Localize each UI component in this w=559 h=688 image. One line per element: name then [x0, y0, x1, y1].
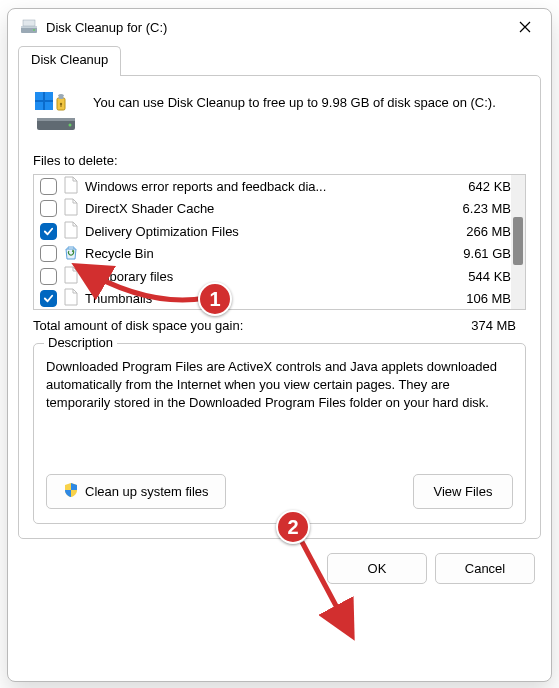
description-legend: Description: [44, 335, 117, 350]
file-size: 106 MB: [439, 291, 519, 306]
ok-label: OK: [368, 561, 387, 576]
file-name: Windows error reports and feedback dia..…: [85, 179, 433, 194]
close-button[interactable]: [503, 9, 547, 45]
file-checkbox[interactable]: [40, 178, 57, 195]
file-row[interactable]: DirectX Shader Cache6.23 MB: [34, 198, 525, 221]
view-files-button[interactable]: View Files: [413, 474, 513, 509]
file-size: 642 KB: [439, 179, 519, 194]
file-row[interactable]: Recycle Bin9.61 GB: [34, 243, 525, 266]
tab-label: Disk Cleanup: [31, 52, 108, 67]
title-bar: Disk Cleanup for (C:): [8, 9, 551, 45]
file-list[interactable]: Windows error reports and feedback dia..…: [33, 174, 526, 310]
file-size: 266 MB: [439, 224, 519, 239]
cleanup-system-files-button[interactable]: Clean up system files: [46, 474, 226, 509]
svg-point-11: [69, 124, 72, 127]
svg-rect-5: [35, 92, 43, 100]
svg-rect-8: [45, 102, 53, 110]
cancel-button[interactable]: Cancel: [435, 553, 535, 584]
file-checkbox[interactable]: [40, 245, 57, 262]
file-icon: [63, 221, 79, 242]
file-name: DirectX Shader Cache: [85, 201, 433, 216]
total-row: Total amount of disk space you gain: 374…: [33, 318, 526, 333]
svg-rect-2: [23, 20, 35, 26]
view-files-label: View Files: [433, 484, 492, 499]
description-group: Description Downloaded Program Files are…: [33, 343, 526, 524]
svg-rect-15: [61, 104, 62, 107]
annotation-badge-2: 2: [276, 510, 310, 544]
file-icon: [63, 176, 79, 197]
annotation-badge-1: 1: [198, 282, 232, 316]
total-value: 374 MB: [436, 318, 526, 333]
file-row[interactable]: Windows error reports and feedback dia..…: [34, 175, 525, 198]
file-icon: [63, 198, 79, 219]
file-row[interactable]: Thumbnails106 MB: [34, 288, 525, 311]
dialog-footer: OK Cancel: [8, 539, 551, 584]
file-size: 6.23 MB: [439, 201, 519, 216]
scrollbar[interactable]: [511, 175, 525, 309]
intro-text: You can use Disk Cleanup to free up to 9…: [93, 90, 496, 112]
file-name: Delivery Optimization Files: [85, 224, 433, 239]
scrollbar-thumb[interactable]: [513, 217, 523, 265]
file-icon: [63, 288, 79, 309]
file-size: 544 KB: [439, 269, 519, 284]
cleanup-icon: [33, 90, 79, 139]
ok-button[interactable]: OK: [327, 553, 427, 584]
cancel-label: Cancel: [465, 561, 505, 576]
file-checkbox[interactable]: [40, 290, 57, 307]
cleanup-button-label: Clean up system files: [85, 484, 209, 499]
svg-point-3: [33, 29, 35, 31]
shield-icon: [63, 482, 79, 501]
svg-rect-6: [45, 92, 53, 100]
intro-row: You can use Disk Cleanup to free up to 9…: [33, 90, 526, 139]
file-checkbox[interactable]: [40, 268, 57, 285]
svg-rect-7: [35, 102, 43, 110]
file-row[interactable]: Temporary files544 KB: [34, 265, 525, 288]
tab-panel: You can use Disk Cleanup to free up to 9…: [18, 75, 541, 539]
drive-icon: [20, 17, 38, 38]
file-row[interactable]: Delivery Optimization Files266 MB: [34, 220, 525, 243]
file-name: Temporary files: [85, 269, 433, 284]
file-size: 9.61 GB: [439, 246, 519, 261]
file-checkbox[interactable]: [40, 200, 57, 217]
file-icon: [63, 266, 79, 287]
svg-rect-1: [21, 26, 37, 28]
recycle-bin-icon: [63, 244, 79, 263]
disk-cleanup-window: Disk Cleanup for (C:) Disk Cleanup: [7, 8, 552, 682]
tab-strip: Disk Cleanup: [8, 45, 551, 75]
file-checkbox[interactable]: [40, 223, 57, 240]
file-name: Thumbnails: [85, 291, 433, 306]
tab-disk-cleanup[interactable]: Disk Cleanup: [18, 46, 121, 76]
svg-rect-10: [37, 118, 75, 121]
file-name: Recycle Bin: [85, 246, 433, 261]
description-text: Downloaded Program Files are ActiveX con…: [46, 358, 513, 454]
window-title: Disk Cleanup for (C:): [46, 20, 503, 35]
total-label: Total amount of disk space you gain:: [33, 318, 436, 333]
files-to-delete-label: Files to delete:: [33, 153, 526, 168]
